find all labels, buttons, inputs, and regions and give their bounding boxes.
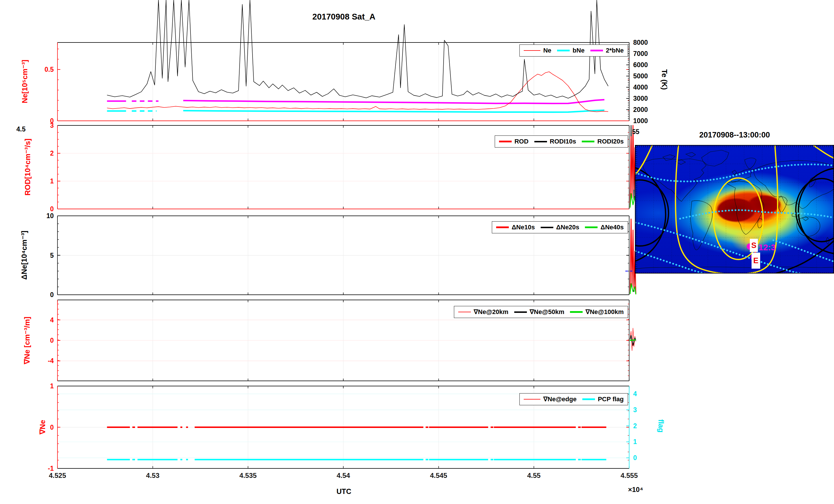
legend-item-rod[interactable]: ROD xyxy=(499,138,529,145)
legend-swatch xyxy=(499,141,512,142)
legend-label: RODI20s xyxy=(597,138,624,145)
tick-label: 1 xyxy=(50,177,54,185)
figure-title: 20170908 Sat_A xyxy=(312,12,375,22)
legend-swatch xyxy=(557,50,570,51)
map-title: 20170908--13:00:00 xyxy=(699,131,770,139)
legend-swatch xyxy=(458,312,471,312)
legend-label: Ne xyxy=(543,47,551,54)
legend-item-rodi10s[interactable]: RODI10s xyxy=(534,138,576,145)
tick-label: 0 xyxy=(50,205,54,213)
ylabel-ne: Ne[10⁵cm⁻³] xyxy=(20,60,29,103)
legend-item-pcp-flag[interactable]: PCP flag xyxy=(582,395,624,403)
map-time-label: 12:3 xyxy=(759,243,776,252)
tick-label: 4.555 xyxy=(620,472,638,479)
legend-label: bNe xyxy=(573,47,585,54)
legend-swatch xyxy=(590,50,603,51)
legend-item--ne-edge[interactable]: ∇Ne@edge xyxy=(524,395,576,403)
tick-label: 4.53 xyxy=(146,472,159,479)
map-overlay-svg xyxy=(635,145,834,274)
tick-label: 4.545 xyxy=(430,472,447,479)
legend-label: ΔNe20s xyxy=(556,224,579,231)
xaxis-multiplier: ×10⁴ xyxy=(628,486,643,494)
legend-ne-te: NebNe2*bNe xyxy=(520,45,628,56)
tick-label: 4000 xyxy=(633,84,648,91)
legend-swatch xyxy=(585,226,597,228)
stray-tick-right: 55 xyxy=(632,128,639,136)
tick-label: 4 xyxy=(633,390,637,397)
tick-label: 1 xyxy=(633,438,637,445)
legend-item--ne20s[interactable]: ΔNe20s xyxy=(541,224,579,231)
legend-swatch xyxy=(541,227,553,228)
tick-label: 2 xyxy=(633,422,637,430)
legend-rod: RODRODI10sRODI20s xyxy=(495,136,628,147)
series-gradNe100km xyxy=(630,340,636,340)
legend-delta-ne: ΔNe10sΔNe20sΔNe40s xyxy=(492,221,628,233)
legend-swatch xyxy=(570,311,583,313)
tick-label: 3 xyxy=(633,406,637,414)
legend-item--ne-100km[interactable]: ∇Ne@100km xyxy=(570,308,624,316)
tick-label: 0 xyxy=(50,291,54,298)
legend-grad-ne: ∇Ne@20km∇Ne@50km∇Ne@100km xyxy=(454,306,628,318)
tick-label: 10 xyxy=(46,212,54,220)
ylabel-rod: ROD[10⁴cm⁻³/s] xyxy=(23,139,32,196)
legend-item--ne10s[interactable]: ΔNe10s xyxy=(496,224,535,231)
legend-item--ne-50km[interactable]: ∇Ne@50km xyxy=(514,308,565,316)
legend-label: ΔNe10s xyxy=(512,224,535,231)
tick-label: 7000 xyxy=(633,50,648,58)
tick-label: 6000 xyxy=(633,61,648,69)
legend-edge-flag: ∇Ne@edgePCP flag xyxy=(520,393,628,405)
series-Ne xyxy=(107,72,609,112)
ylabel-edge: ∇Ne xyxy=(38,420,47,435)
series-dNe40s xyxy=(630,284,636,295)
tick-label: 0.5 xyxy=(45,66,54,73)
tick-label: 0 xyxy=(50,423,54,431)
legend-label: ∇Ne@100km xyxy=(586,308,624,316)
tick-label: 2000 xyxy=(633,106,648,113)
legend-swatch xyxy=(582,141,594,142)
legend-swatch xyxy=(496,226,509,228)
legend-item-bne[interactable]: bNe xyxy=(557,47,585,54)
tick-label: 5000 xyxy=(633,72,648,80)
ylabel-flag: flag xyxy=(656,419,665,433)
tick-label: 0 xyxy=(633,454,637,461)
series-2bNe-seg3 xyxy=(183,99,605,103)
world-heatmap: S E 12:3 xyxy=(635,145,834,274)
legend-label: 2*bNe xyxy=(606,47,624,54)
legend-label: ROD xyxy=(514,138,529,145)
series-bNe-seg3 xyxy=(183,110,605,112)
tick-label: 3 xyxy=(50,122,54,129)
xaxis-label: UTC xyxy=(336,487,351,496)
map-marker-start: S xyxy=(750,239,758,252)
legend-item--ne40s[interactable]: ΔNe40s xyxy=(585,224,624,231)
legend-item--ne-20km[interactable]: ∇Ne@20km xyxy=(458,308,508,316)
stray-tick-left: 4.5 xyxy=(16,125,26,133)
ylabel-delta-ne: ΔNe[10⁴cm⁻³] xyxy=(20,231,29,280)
legend-item-2-bne[interactable]: 2*bNe xyxy=(590,47,624,54)
legend-swatch xyxy=(514,312,527,313)
tick-label: 4 xyxy=(50,316,54,324)
tick-label: 0 xyxy=(50,337,54,344)
tick-label: 2 xyxy=(50,150,54,157)
legend-swatch xyxy=(524,399,541,399)
tick-label: 3000 xyxy=(633,95,648,102)
legend-label: ΔNe40s xyxy=(600,224,624,231)
map-marker-end: E xyxy=(751,253,760,269)
tick-label: 8000 xyxy=(633,39,648,46)
legend-item-rodi20s[interactable]: RODI20s xyxy=(582,138,624,145)
legend-swatch xyxy=(534,141,547,142)
legend-item-ne[interactable]: Ne xyxy=(524,47,551,54)
tick-label: 4.525 xyxy=(49,472,66,479)
legend-label: ∇Ne@edge xyxy=(543,395,576,403)
tick-label: -4 xyxy=(48,357,54,365)
tick-label: 5 xyxy=(50,252,54,259)
legend-label: ∇Ne@20km xyxy=(474,308,508,316)
tick-label: 4.535 xyxy=(239,472,257,479)
legend-swatch xyxy=(582,398,595,400)
figure-canvas: { "figure_title": "20170908 Sat_A", "map… xyxy=(0,0,834,504)
legend-label: PCP flag xyxy=(598,395,624,403)
tick-label: 4.55 xyxy=(527,472,541,479)
tick-label: 1 xyxy=(50,382,54,390)
ylabel-te: Te (K) xyxy=(660,69,669,90)
tick-label: -1 xyxy=(48,465,54,472)
legend-label: RODI10s xyxy=(550,138,576,145)
